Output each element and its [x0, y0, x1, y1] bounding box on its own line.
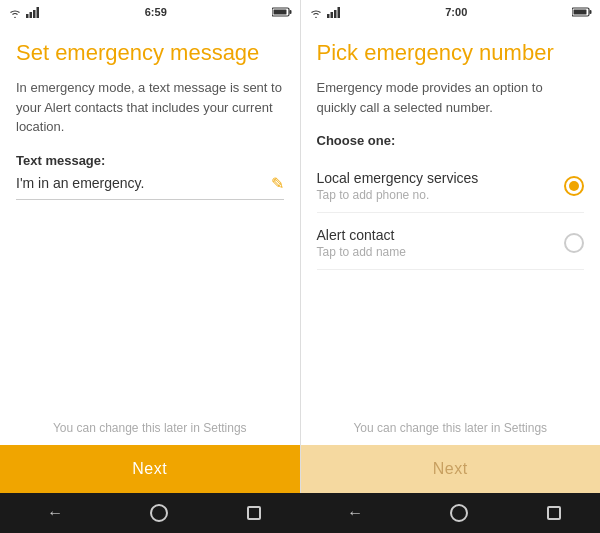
left-screen-content: Set emergency message In emergency mode,… [0, 24, 300, 445]
bottom-nav-left: ← [0, 493, 300, 533]
radio-option-contact-subtitle: Tap to add name [317, 245, 565, 259]
svg-rect-1 [30, 12, 33, 18]
wifi-icon [8, 7, 22, 18]
recent-button-left[interactable] [247, 506, 261, 520]
right-screen-title: Pick emergency number [317, 40, 585, 66]
text-message-value: I'm in an emergency. [16, 175, 271, 191]
bottom-nav: ← ← [0, 493, 600, 533]
screen-right: 7:00 Pick emergency number Emergency mod… [301, 0, 601, 493]
next-button-right[interactable]: Next [301, 445, 601, 493]
right-screen-content: Pick emergency number Emergency mode pro… [301, 24, 601, 445]
battery-icon [272, 7, 292, 17]
text-message-input-row[interactable]: I'm in an emergency. ✎ [16, 174, 284, 200]
radio-option-local-subtitle: Tap to add phone no. [317, 188, 565, 202]
signal-icon [26, 7, 40, 18]
svg-rect-6 [273, 10, 286, 15]
status-icons-right-right [572, 7, 592, 17]
radio-circle-local[interactable] [564, 176, 584, 196]
text-message-label: Text message: [16, 153, 284, 168]
signal-icon-right [327, 7, 341, 18]
svg-rect-13 [574, 10, 587, 15]
radio-option-contact-text: Alert contact Tap to add name [317, 227, 565, 259]
recent-button-right[interactable] [547, 506, 561, 520]
bottom-nav-right: ← [300, 493, 600, 533]
right-settings-note: You can change this later in Settings [317, 421, 585, 445]
edit-icon[interactable]: ✎ [271, 174, 284, 193]
next-button-right-label: Next [433, 460, 468, 478]
svg-rect-0 [26, 14, 29, 18]
status-icons-left [8, 7, 40, 18]
status-bar-right: 7:00 [301, 0, 601, 24]
status-icons-right-left [272, 7, 292, 17]
choose-label: Choose one: [317, 133, 585, 148]
back-button-left[interactable]: ← [39, 500, 71, 526]
radio-option-local-title: Local emergency services [317, 170, 565, 186]
next-button-left-label: Next [132, 460, 167, 478]
home-button-left[interactable] [150, 504, 168, 522]
svg-rect-3 [37, 7, 40, 18]
svg-rect-7 [327, 14, 330, 18]
radio-option-contact[interactable]: Alert contact Tap to add name [317, 217, 585, 270]
left-settings-note: You can change this later in Settings [16, 421, 284, 445]
svg-rect-10 [337, 7, 340, 18]
back-button-right[interactable]: ← [339, 500, 371, 526]
time-left: 6:59 [145, 6, 167, 18]
battery-icon-right [572, 7, 592, 17]
right-screen-description: Emergency mode provides an option to qui… [317, 78, 585, 117]
radio-option-local[interactable]: Local emergency services Tap to add phon… [317, 160, 585, 213]
screen-left: 6:59 Set emergency message In emergency … [0, 0, 301, 493]
left-screen-title: Set emergency message [16, 40, 284, 66]
status-icons-right-bar [309, 7, 341, 18]
home-button-right[interactable] [450, 504, 468, 522]
radio-circle-contact[interactable] [564, 233, 584, 253]
time-right: 7:00 [445, 6, 467, 18]
svg-rect-9 [334, 10, 337, 18]
svg-rect-5 [289, 10, 291, 14]
status-bar-left: 6:59 [0, 0, 300, 24]
svg-rect-12 [590, 10, 592, 14]
radio-option-contact-title: Alert contact [317, 227, 565, 243]
left-screen-description: In emergency mode, a text message is sen… [16, 78, 284, 137]
svg-rect-8 [330, 12, 333, 18]
next-button-left[interactable]: Next [0, 445, 300, 493]
svg-rect-2 [33, 10, 36, 18]
radio-option-local-text: Local emergency services Tap to add phon… [317, 170, 565, 202]
wifi-icon-right [309, 7, 323, 18]
